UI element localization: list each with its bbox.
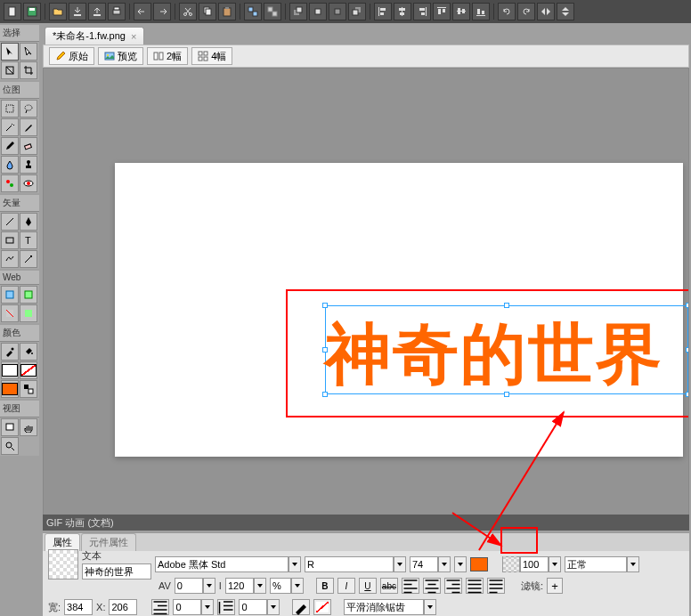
pen-tool[interactable] — [20, 213, 37, 231]
close-tab-icon[interactable]: × — [131, 31, 136, 42]
send-back-button[interactable] — [348, 3, 366, 20]
canvas-viewport[interactable]: 神奇的世界 — [43, 68, 689, 531]
left-indent-dropdown[interactable] — [267, 599, 280, 615]
no-stroke-icon[interactable] — [313, 599, 331, 615]
align-justify-button-text[interactable] — [466, 578, 484, 594]
resize-handle-tl[interactable] — [322, 303, 328, 308]
pencil-tool[interactable] — [1, 137, 19, 155]
align-right-button[interactable] — [413, 3, 431, 20]
flip-h-button[interactable] — [537, 3, 555, 20]
text-selection[interactable]: 神奇的世界 — [325, 305, 688, 394]
stroke-swatch[interactable] — [1, 361, 19, 379]
width-field[interactable] — [64, 599, 93, 615]
rotate-cw-button[interactable] — [517, 3, 535, 20]
text-color-swatch[interactable] — [470, 557, 488, 571]
ungroup-button[interactable] — [264, 3, 281, 20]
redo-button[interactable] — [153, 3, 171, 20]
four-up-button[interactable]: 4幅 — [191, 47, 232, 65]
underline-button[interactable]: U — [359, 578, 377, 594]
print-button[interactable] — [108, 3, 126, 20]
slice-tool[interactable] — [20, 286, 37, 304]
subselect-tool[interactable] — [20, 43, 37, 61]
align-left-button[interactable] — [374, 3, 392, 20]
leading-dropdown[interactable] — [254, 578, 266, 594]
font-style-dropdown[interactable] — [394, 556, 406, 572]
blur-tool[interactable] — [1, 156, 19, 174]
tracking-dropdown[interactable] — [203, 578, 215, 594]
bold-button[interactable]: B — [316, 578, 334, 594]
hide-slices-tool[interactable] — [1, 304, 19, 322]
align-left-button-text[interactable] — [402, 578, 419, 594]
swap-colors-button[interactable] — [20, 380, 37, 398]
undo-button[interactable] — [134, 3, 151, 20]
resize-handle-tm[interactable] — [504, 303, 509, 308]
rotate-ccw-button[interactable] — [498, 3, 516, 20]
fill-swatch[interactable] — [1, 380, 19, 398]
resize-handle-tr[interactable] — [686, 303, 689, 308]
red-eye-tool[interactable] — [20, 174, 37, 192]
first-indent-dropdown[interactable] — [201, 599, 214, 615]
align-stretch-button-text[interactable] — [487, 578, 505, 594]
cut-button[interactable] — [179, 3, 197, 20]
font-size-field[interactable] — [410, 556, 438, 572]
first-indent-field[interactable] — [173, 599, 201, 615]
tab-element-properties[interactable]: 元件属性 — [81, 533, 136, 551]
save-button[interactable] — [23, 3, 41, 20]
left-indent-field[interactable] — [239, 599, 267, 615]
freeform-tool[interactable] — [1, 250, 19, 268]
hand-tool[interactable] — [20, 418, 37, 436]
open-button[interactable] — [49, 3, 67, 20]
document-tab[interactable]: *未命名-1.fw.png × — [45, 27, 144, 45]
leading-field[interactable] — [225, 578, 254, 594]
stamp-tool[interactable] — [20, 156, 37, 174]
anti-alias-select[interactable] — [344, 599, 424, 615]
line-tool[interactable] — [1, 213, 19, 231]
blend-mode-dropdown[interactable] — [627, 556, 639, 572]
align-center-h-button[interactable] — [452, 3, 470, 20]
font-size-dropdown[interactable] — [438, 556, 451, 572]
italic-button[interactable]: I — [337, 578, 355, 594]
tracking-field[interactable] — [175, 578, 203, 594]
copy-button[interactable] — [199, 3, 216, 20]
opacity-field[interactable] — [520, 556, 549, 572]
knife-tool[interactable] — [20, 250, 37, 268]
align-right-button-text[interactable] — [444, 578, 462, 594]
flip-v-button[interactable] — [557, 3, 574, 20]
wand-tool[interactable] — [1, 118, 19, 136]
canvas-text[interactable]: 神奇的世界 — [325, 311, 688, 400]
bucket-tool[interactable] — [20, 343, 37, 361]
eraser-tool[interactable] — [20, 137, 37, 155]
zoom-tool[interactable] — [1, 437, 19, 455]
leading-unit-select[interactable] — [270, 578, 291, 594]
blend-mode-select[interactable] — [565, 556, 627, 572]
align-center-v-button[interactable] — [394, 3, 411, 20]
replace-color-tool[interactable] — [1, 174, 19, 192]
preview-view-button[interactable]: 预览 — [98, 47, 143, 65]
bring-forward-button[interactable] — [309, 3, 327, 20]
gif-frames-bar[interactable]: GIF 动画 (文档) — [43, 515, 689, 531]
brush-tool[interactable] — [20, 118, 37, 136]
eyedropper-tool[interactable] — [1, 343, 19, 361]
screen-mode-button[interactable] — [1, 418, 19, 436]
font-family-dropdown[interactable] — [289, 556, 301, 572]
font-size-stepper[interactable] — [454, 556, 467, 572]
paste-button[interactable] — [218, 3, 236, 20]
export-button[interactable] — [88, 3, 106, 20]
show-slices-tool[interactable] — [20, 304, 37, 322]
hotspot-tool[interactable] — [1, 286, 19, 304]
font-family-select[interactable] — [155, 556, 289, 572]
align-bottom-button[interactable] — [472, 3, 490, 20]
anti-alias-dropdown[interactable] — [424, 599, 436, 615]
stroke-color-icon[interactable] — [292, 599, 310, 615]
align-center-button-text[interactable] — [423, 578, 441, 594]
align-top-button[interactable] — [433, 3, 451, 20]
send-backward-button[interactable] — [329, 3, 346, 20]
opacity-dropdown[interactable] — [549, 556, 561, 572]
lasso-tool[interactable] — [20, 100, 37, 118]
tab-properties[interactable]: 属性 — [45, 533, 80, 551]
x-field[interactable] — [109, 599, 137, 615]
rectangle-tool[interactable] — [1, 231, 19, 249]
crop-tool[interactable] — [20, 61, 37, 79]
two-up-button[interactable]: 2幅 — [147, 47, 188, 65]
add-filter-button[interactable]: + — [547, 578, 563, 594]
